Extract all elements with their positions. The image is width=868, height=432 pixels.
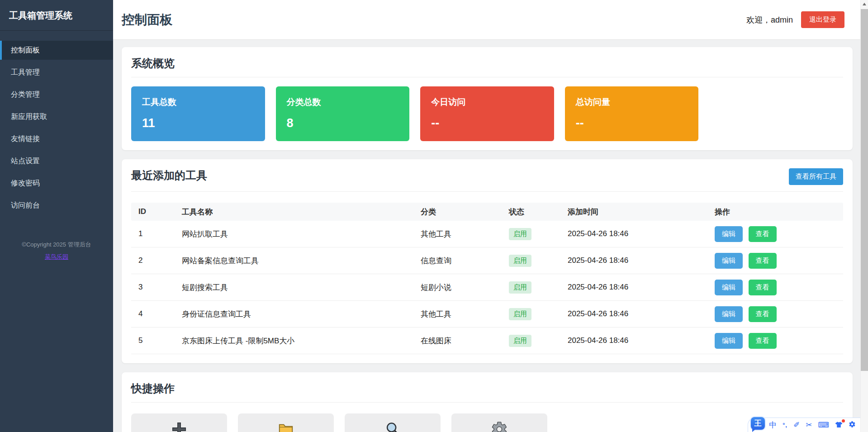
- cell-id: 3: [131, 283, 175, 292]
- ime-logo-icon[interactable]: 王: [751, 417, 765, 430]
- ime-settings-icon[interactable]: [849, 421, 856, 429]
- copyright-text: ©Copyright 2025 管理后台: [0, 241, 113, 249]
- cell-name: 京东图床上传工具 -限制5MB大小: [175, 336, 413, 346]
- overview-title: 系统概览: [131, 56, 843, 77]
- scrollbar-thumb[interactable]: [861, 9, 868, 371]
- cell-time: 2025-04-26 18:46: [560, 229, 707, 238]
- edit-button[interactable]: 编辑: [715, 280, 743, 295]
- ime-pencil-icon[interactable]: ✐: [793, 421, 800, 429]
- cell-time: 2025-04-26 18:46: [560, 336, 707, 345]
- quick-actions-card: 快捷操作: [122, 372, 853, 432]
- stat-card-today-visits: 今日访问 --: [420, 86, 554, 141]
- cell-category: 信息查询: [413, 256, 502, 266]
- quick-action-manage-categories[interactable]: [238, 413, 334, 432]
- cell-category: 在线图床: [413, 336, 502, 346]
- notification-dot: [842, 419, 845, 423]
- view-button[interactable]: 查看: [749, 280, 777, 295]
- up-arrow-icon: [863, 3, 866, 5]
- cell-name: 网站备案信息查询工具: [175, 256, 413, 266]
- sidebar-item-dashboard[interactable]: 控制面板: [0, 41, 113, 60]
- cell-category: 短剧小说: [413, 282, 502, 293]
- stat-value: 8: [287, 116, 399, 130]
- ime-skin-icon[interactable]: [835, 421, 843, 429]
- folder-icon: [277, 421, 294, 432]
- ime-punctuation-icon[interactable]: °,: [783, 422, 787, 428]
- view-button[interactable]: 查看: [749, 333, 777, 349]
- app-title: 工具箱管理系统: [0, 0, 113, 31]
- status-badge: 启用: [509, 281, 531, 294]
- view-all-tools-button[interactable]: 查看所有工具: [789, 168, 843, 185]
- scrollbar[interactable]: [860, 0, 868, 432]
- cell-category: 其他工具: [413, 309, 502, 319]
- quick-action-search[interactable]: [345, 413, 441, 432]
- shirt-icon: [835, 421, 843, 428]
- view-button[interactable]: 查看: [749, 226, 777, 242]
- col-category: 分类: [413, 207, 502, 217]
- status-badge: 启用: [509, 255, 531, 267]
- edit-button[interactable]: 编辑: [715, 306, 743, 322]
- cell-time: 2025-04-26 18:46: [560, 256, 707, 265]
- table-row: 4 身份证信息查询工具 其他工具 启用 2025-04-26 18:46 编辑 …: [131, 301, 843, 328]
- cell-category: 其他工具: [413, 229, 502, 239]
- stat-value: 11: [142, 116, 254, 130]
- recent-tools-title: 最近添加的工具: [131, 168, 789, 183]
- table-row: 2 网站备案信息查询工具 信息查询 启用 2025-04-26 18:46 编辑…: [131, 247, 843, 274]
- cell-time: 2025-04-26 18:46: [560, 309, 707, 318]
- sidebar-item-categories[interactable]: 分类管理: [0, 85, 113, 104]
- sidebar-item-links[interactable]: 友情链接: [0, 129, 113, 148]
- cell-id: 4: [131, 309, 175, 318]
- sidebar-footer: ©Copyright 2025 管理后台 菜鸟乐园: [0, 241, 113, 261]
- stat-label: 今日访问: [431, 96, 543, 108]
- gear-icon: [849, 421, 856, 428]
- sidebar-item-site-settings[interactable]: 站点设置: [0, 152, 113, 171]
- ime-toolbar: 王 中 °, ✐ ✂ ⌨: [748, 418, 860, 432]
- cell-name: 短剧搜索工具: [175, 282, 413, 293]
- cell-id: 1: [131, 229, 175, 238]
- edit-button[interactable]: 编辑: [715, 253, 743, 269]
- sidebar-nav: 控制面板 工具管理 分类管理 新应用获取 友情链接 站点设置 修改密码 访问前台: [0, 41, 113, 215]
- logout-button[interactable]: 退出登录: [801, 11, 844, 28]
- quick-action-settings[interactable]: [451, 413, 547, 432]
- table-row: 3 短剧搜索工具 短剧小说 启用 2025-04-26 18:46 编辑 查看: [131, 274, 843, 301]
- status-badge: 启用: [509, 308, 531, 320]
- status-badge: 启用: [509, 335, 531, 347]
- stats-grid: 工具总数 11 分类总数 8 今日访问 -- 总访问量 --: [131, 86, 843, 141]
- header: 控制面板 欢迎，admin 退出登录: [113, 0, 868, 40]
- welcome-text: 欢迎，admin: [746, 14, 793, 25]
- edit-button[interactable]: 编辑: [715, 333, 743, 349]
- search-icon: [384, 421, 401, 432]
- recent-tools-table: ID 工具名称 分类 状态 添加时间 操作 1 网站扒取工具 其他工具 启用 2…: [131, 203, 843, 354]
- sidebar-item-change-password[interactable]: 修改密码: [0, 174, 113, 193]
- recent-tools-card: 最近添加的工具 查看所有工具 ID 工具名称 分类 状态 添加时间 操作 1 网…: [122, 159, 853, 363]
- stat-card-total-visits: 总访问量 --: [565, 86, 699, 141]
- stat-card-total-tools: 工具总数 11: [131, 86, 265, 141]
- page-title: 控制面板: [122, 11, 172, 28]
- ime-scissors-icon[interactable]: ✂: [806, 421, 812, 429]
- cell-id: 5: [131, 336, 175, 345]
- sidebar-item-tools[interactable]: 工具管理: [0, 63, 113, 82]
- scrollbar-up-button[interactable]: [861, 0, 868, 8]
- copyright-link[interactable]: 菜鸟乐园: [0, 253, 113, 261]
- col-actions: 操作: [707, 207, 843, 217]
- cell-name: 身份证信息查询工具: [175, 309, 413, 319]
- col-time: 添加时间: [560, 207, 707, 217]
- stat-card-total-categories: 分类总数 8: [276, 86, 410, 141]
- view-button[interactable]: 查看: [749, 306, 777, 322]
- sidebar: 工具箱管理系统 控制面板 工具管理 分类管理 新应用获取 友情链接 站点设置 修…: [0, 0, 113, 432]
- overview-card: 系统概览 工具总数 11 分类总数 8 今日访问 -- 总访问量 --: [122, 47, 853, 150]
- sidebar-item-visit-frontend[interactable]: 访问前台: [0, 196, 113, 215]
- stat-label: 分类总数: [287, 96, 399, 108]
- table-row: 1 网站扒取工具 其他工具 启用 2025-04-26 18:46 编辑 查看: [131, 221, 843, 247]
- ime-chinese-mode-icon[interactable]: 中: [769, 421, 777, 429]
- sidebar-item-new-apps[interactable]: 新应用获取: [0, 107, 113, 126]
- ime-keyboard-icon[interactable]: ⌨: [818, 421, 829, 429]
- edit-button[interactable]: 编辑: [715, 226, 743, 242]
- quick-action-add-tool[interactable]: [131, 413, 227, 432]
- col-id: ID: [131, 207, 175, 216]
- table-header-row: ID 工具名称 分类 状态 添加时间 操作: [131, 203, 843, 221]
- cell-id: 2: [131, 256, 175, 265]
- quick-actions-title: 快捷操作: [131, 381, 843, 403]
- view-button[interactable]: 查看: [749, 253, 777, 269]
- status-badge: 启用: [509, 228, 531, 240]
- col-name: 工具名称: [175, 207, 413, 217]
